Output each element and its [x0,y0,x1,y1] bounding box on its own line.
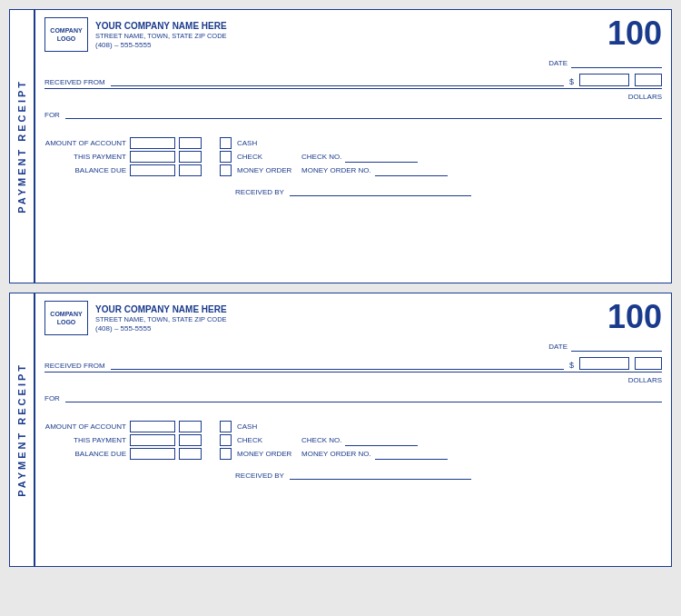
money-order-no-label-1: MONEY ORDER NO. [301,166,371,174]
cash-row-1: CASH [220,137,448,149]
money-order-checkbox-1[interactable] [220,164,232,176]
dollar-sign-1: $ [569,77,574,86]
for-row-2: FOR [44,390,662,402]
money-order-label-2: MONEY ORDER [237,450,296,458]
company-info-1: YOUR COMPANY NAME HERE STREET NAME, TOWN… [95,21,227,49]
date-row-2: DATE [44,341,662,352]
this-payment-input-2[interactable] [130,434,175,446]
logo-line2: LOGO [57,35,76,43]
this-payment-input2-1[interactable] [179,151,202,163]
full-underline-1 [44,88,662,89]
receipt-1: PAYMENT RECEIPT COMPANY LOGO YOUR COMPAN… [9,9,672,283]
logo-line1: COMPANY [50,26,82,35]
amount-of-account-input-2[interactable] [130,421,175,432]
amount-of-account-row-1: AMOUNT OF ACCOUNT [44,137,202,149]
amount-table-1: AMOUNT OF ACCOUNT THIS PAYMENT BALANCE D… [44,137,202,176]
receipt-body-2: COMPANY LOGO YOUR COMPANY NAME HERE STRE… [35,293,671,566]
received-by-input-1[interactable] [290,184,471,196]
header-row-2: COMPANY LOGO YOUR COMPANY NAME HERE STRE… [44,301,662,335]
company-address-1: STREET NAME, TOWN, STATE ZIP CODE [95,32,227,40]
check-checkbox-1[interactable] [220,151,232,163]
check-label-1: CHECK [237,153,296,161]
received-from-input-2[interactable] [111,357,564,370]
date-row-1: DATE [44,57,662,68]
logo-box-2: COMPANY LOGO [44,301,88,335]
full-line-1 [44,88,662,89]
bottom-section-1: AMOUNT OF ACCOUNT THIS PAYMENT BALANCE D… [44,137,662,176]
amount-of-account-row-2: AMOUNT OF ACCOUNT [44,421,202,432]
check-checkbox-2[interactable] [220,434,232,446]
amount-of-account-label-1: AMOUNT OF ACCOUNT [44,139,126,147]
received-from-input-1[interactable] [111,74,564,86]
dollars-row-1: DOLLARS [44,93,662,101]
company-address-2: STREET NAME, TOWN, STATE ZIP CODE [95,315,227,323]
logo-line1-2: COMPANY [50,310,82,318]
received-from-label-2: RECEIVED FROM [44,362,105,370]
check-no-label-2: CHECK NO. [301,436,341,444]
receipt-number-2: 100 [607,301,662,333]
receipts-container: PAYMENT RECEIPT COMPANY LOGO YOUR COMPAN… [9,9,672,567]
logo-line2-2: LOGO [57,318,76,326]
date-label-2: DATE [548,343,568,351]
check-no-input-1[interactable] [345,152,418,163]
for-input-2[interactable] [65,390,662,402]
cash-checkbox-2[interactable] [220,421,232,432]
amount-table-2: AMOUNT OF ACCOUNT THIS PAYMENT BALANCE D… [44,421,202,460]
for-label-1: FOR [44,111,60,119]
check-row-2: CHECK CHECK NO. [220,434,448,446]
amount-of-account-input2-2[interactable] [179,421,202,432]
date-input-2[interactable] [571,341,662,352]
amount-of-account-input2-1[interactable] [179,137,202,149]
check-label-2: CHECK [237,436,296,444]
check-no-label-1: CHECK NO. [301,153,341,161]
amount-field2-2[interactable] [635,357,662,370]
money-order-checkbox-2[interactable] [220,448,232,460]
receipt-body-1: COMPANY LOGO YOUR COMPANY NAME HERE STRE… [35,10,671,283]
logo-area-1: COMPANY LOGO YOUR COMPANY NAME HERE STRE… [44,17,227,52]
this-payment-input-1[interactable] [130,151,175,163]
received-by-input-2[interactable] [290,467,471,480]
sidebar-2: PAYMENT RECEIPT [10,293,35,566]
date-label-1: DATE [548,59,568,67]
cash-row-2: CASH [220,421,448,432]
for-input-1[interactable] [65,106,662,119]
money-order-no-input-2[interactable] [375,449,448,460]
sidebar-label-2: PAYMENT RECEIPT [16,363,27,497]
date-input-1[interactable] [571,57,662,68]
company-phone-2: (408) – 555-5555 [95,324,227,333]
full-underline-2 [44,372,662,373]
amount-field-2[interactable] [579,357,629,370]
company-name-1: YOUR COMPANY NAME HERE [95,21,227,31]
cash-checkbox-1[interactable] [220,137,232,149]
balance-due-input-2[interactable] [130,448,175,460]
header-row-1: COMPANY LOGO YOUR COMPANY NAME HERE STRE… [44,17,662,52]
cash-label-1: CASH [237,139,296,147]
check-no-row-2: CHECK NO. [301,435,418,446]
this-payment-input2-2[interactable] [179,434,202,446]
check-no-row-1: CHECK NO. [301,152,418,163]
bottom-section-2: AMOUNT OF ACCOUNT THIS PAYMENT BALANCE D… [44,421,662,460]
company-name-2: YOUR COMPANY NAME HERE [95,304,227,314]
this-payment-label-2: THIS PAYMENT [44,436,126,444]
money-order-label-1: MONEY ORDER [237,166,296,174]
amount-field-1[interactable] [579,74,629,86]
this-payment-row-2: THIS PAYMENT [44,434,202,446]
amount-field2-1[interactable] [635,74,662,86]
dollars-label-1: DOLLARS [628,93,662,101]
balance-due-input-1[interactable] [130,164,175,176]
cash-label-2: CASH [237,422,296,431]
check-no-input-2[interactable] [345,435,418,446]
check-row-1: CHECK CHECK NO. [220,151,448,163]
this-payment-row-1: THIS PAYMENT [44,151,202,163]
dollars-row-2: DOLLARS [44,376,662,384]
payment-type-1: CASH CHECK CHECK NO. MONEY ORDER [220,137,448,176]
balance-due-input2-1[interactable] [179,164,202,176]
amount-of-account-input-1[interactable] [130,137,175,149]
money-order-no-input-1[interactable] [375,165,448,176]
this-payment-label-1: THIS PAYMENT [44,153,126,161]
money-order-row-1: MONEY ORDER MONEY ORDER NO. [220,164,448,176]
balance-due-input2-2[interactable] [179,448,202,460]
balance-due-row-2: BALANCE DUE [44,448,202,460]
sidebar-1: PAYMENT RECEIPT [10,10,35,283]
company-info-2: YOUR COMPANY NAME HERE STREET NAME, TOWN… [95,304,227,333]
